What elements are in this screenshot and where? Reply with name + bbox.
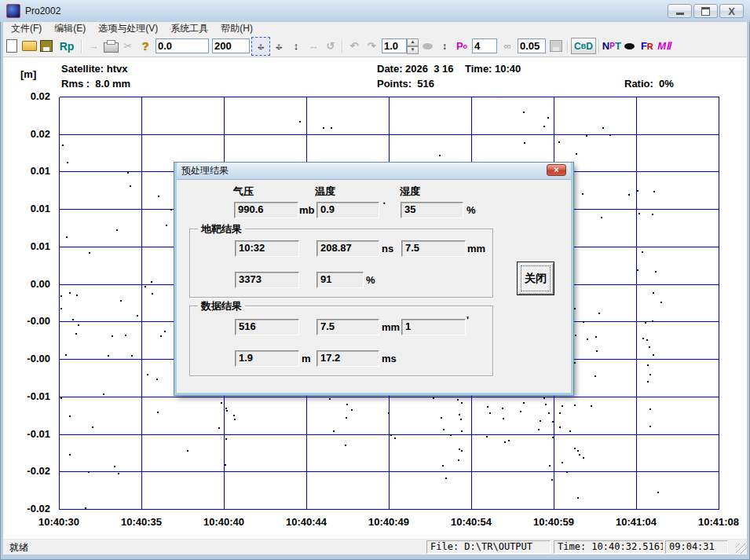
target-count-field[interactable]: 3373: [235, 272, 299, 288]
open-folder-icon: [22, 41, 37, 51]
y-tick-label: 0.02: [8, 90, 50, 102]
npt-button[interactable]: NPT: [602, 38, 621, 55]
new-button[interactable]: [3, 38, 20, 55]
save-gray-icon: [550, 40, 562, 52]
y-tick-label: 0.01: [8, 203, 50, 214]
data-mm-unit: mm: [382, 321, 400, 333]
help-icon: ?: [141, 39, 148, 53]
pan-icon: ↔↕: [273, 40, 285, 53]
infinity-button[interactable]: ∞: [499, 38, 516, 55]
cut-button[interactable]: ✂: [119, 38, 137, 55]
vertical-scale-button[interactable]: ↕: [287, 38, 305, 55]
y-tick-label: -0.00: [8, 353, 50, 364]
updown-small-button[interactable]: ↕: [436, 38, 453, 55]
restore-button[interactable]: [693, 4, 718, 18]
pan-button[interactable]: ↔↕: [270, 38, 287, 55]
infinity-icon: ∞: [503, 40, 510, 52]
target-pct-field[interactable]: 91: [316, 272, 364, 288]
save-icon: [40, 40, 53, 52]
offset-input[interactable]: [155, 38, 209, 53]
rp-button[interactable]: Rp: [55, 38, 79, 55]
mz-button[interactable]: MⅡ: [656, 38, 673, 55]
menu-help[interactable]: 帮助(H): [214, 22, 259, 35]
ellipse-gray-button[interactable]: [419, 38, 436, 55]
window-title: Pro2002: [25, 5, 60, 16]
move-all-icon: ↔↕: [254, 40, 267, 53]
horizontal-scale-button[interactable]: ↔: [305, 38, 322, 55]
y-tick-label: -0.01: [8, 428, 50, 440]
target-time-field[interactable]: 10:32: [235, 240, 299, 257]
y-tick-label: 0.00: [8, 278, 50, 290]
target-result-group-title: 地靶结果: [198, 222, 245, 236]
forward-arrow-icon: →: [89, 40, 99, 52]
data-arc-field[interactable]: 1: [401, 319, 466, 335]
data-points-field[interactable]: 516: [235, 319, 299, 335]
undo-icon: ↶: [350, 40, 359, 52]
fr-button[interactable]: FR: [638, 38, 656, 55]
menu-options-processing[interactable]: 选项与处理(V): [92, 22, 164, 35]
satellite-label: Satellite: htvx: [61, 63, 128, 75]
data-mm-field[interactable]: 7.5: [316, 319, 379, 335]
menu-system-tools[interactable]: 系统工具: [164, 22, 214, 35]
cbd-c: C: [574, 41, 581, 52]
dialog-close-action-button[interactable]: 关闭: [517, 262, 554, 295]
menu-edit[interactable]: 编辑(E): [48, 22, 92, 35]
up-down-small-icon: ↕: [442, 41, 447, 52]
cbd-button[interactable]: CBD: [571, 38, 596, 54]
data-arc-unit: ': [466, 314, 469, 326]
y-tick-label: -0.02: [8, 503, 50, 514]
pressure-field[interactable]: 990.6: [234, 202, 298, 218]
dialog-title-bar[interactable]: 预处理结果 ×: [177, 163, 571, 180]
up-down-arrow-icon: ↕: [294, 40, 299, 52]
temperature-field[interactable]: 0.9: [316, 202, 379, 218]
forward-button[interactable]: →: [85, 38, 102, 55]
restore-icon: [701, 7, 710, 16]
target-ns-field[interactable]: 208.87: [316, 240, 379, 257]
save-button[interactable]: [38, 38, 55, 55]
status-clock-panel: 09:04:31: [665, 540, 728, 554]
dialog-body: 气压 温度 湿度 990.6 mb 0.9 ▪ 35 % 地靶结果 10:32 …: [177, 180, 571, 393]
data-result-group-title: 数据结果: [198, 299, 245, 313]
data-ms-field[interactable]: 17.2: [316, 350, 379, 367]
data-m-field[interactable]: 1.9: [235, 350, 299, 367]
x-tick-label: 10:40:59: [533, 516, 574, 528]
print-button[interactable]: [102, 38, 119, 55]
help-button[interactable]: ?: [137, 38, 154, 55]
zoom-spinner[interactable]: ▲ ▼: [407, 38, 419, 54]
move-all-button[interactable]: ↔↕: [251, 37, 270, 56]
x-tick-label: 10:40:54: [451, 516, 492, 528]
y-tick-label: -0.02: [8, 465, 50, 477]
undo-button[interactable]: ↶: [346, 38, 363, 55]
ratio-label: Ratio: 0%: [624, 78, 674, 90]
menu-file[interactable]: 文件(F): [5, 22, 48, 35]
rotate-icon: ↺: [327, 40, 335, 52]
range-input[interactable]: [212, 38, 250, 53]
target-mm-field[interactable]: 7.5: [401, 240, 466, 257]
resize-grip[interactable]: [736, 544, 746, 554]
mz-m: M: [657, 40, 666, 52]
save-disabled-button[interactable]: [547, 38, 565, 55]
humidity-unit: %: [466, 204, 476, 216]
p0-button[interactable]: Po: [453, 38, 470, 55]
threshold-input[interactable]: [518, 38, 546, 53]
rms-label: Rms : 8.0 mm: [61, 78, 130, 90]
close-button[interactable]: X: [719, 4, 744, 18]
zoom-input[interactable]: [382, 38, 407, 53]
preprocess-result-dialog: 预处理结果 × 气压 温度 湿度 990.6 mb 0.9 ▪ 35 % 地靶结…: [174, 163, 573, 395]
humidity-field[interactable]: 35: [401, 202, 463, 218]
redo-button[interactable]: ↷: [363, 38, 380, 55]
dialog-close-button[interactable]: ×: [547, 164, 566, 176]
data-ms-unit: ms: [382, 353, 397, 364]
p-value-input[interactable]: [472, 38, 497, 53]
minimize-button[interactable]: [668, 4, 692, 18]
window-controls: X: [668, 4, 744, 18]
app-icon: [6, 4, 20, 18]
points-label: Points: 516: [377, 78, 434, 90]
target-mm-unit: mm: [467, 243, 485, 254]
mz-z: Ⅱ: [666, 40, 671, 52]
app-window: Pro2002 X 文件(F) 编辑(E) 选项与处理(V) 系统工具 帮助(H…: [0, 0, 750, 560]
rotate-button[interactable]: ↺: [322, 38, 339, 55]
toolbar: Rp → ✂ ? ↔↕ ↔↕ ↕ ↔ ↺ ↶ ↷ ▲ ▼ ↕ Po ∞: [3, 35, 747, 57]
ellipse-black-button[interactable]: [621, 38, 638, 55]
open-button[interactable]: [20, 38, 38, 55]
